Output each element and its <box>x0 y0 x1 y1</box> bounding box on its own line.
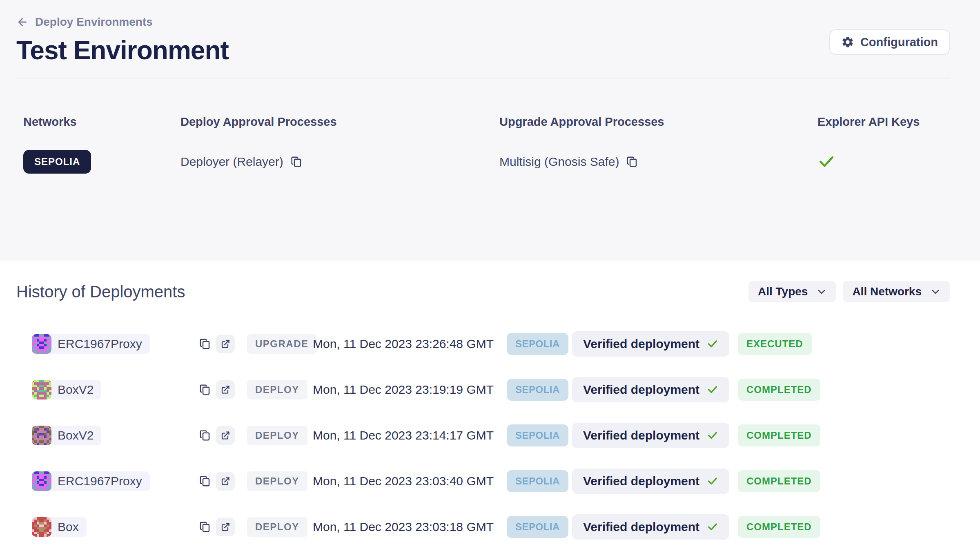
contract-name-pill[interactable]: Box <box>32 517 87 537</box>
copy-icon <box>199 475 211 487</box>
history-filters: All Types All Networks <box>748 281 950 302</box>
contract-name-pill[interactable]: BoxV2 <box>32 380 101 399</box>
copy-address-button[interactable] <box>199 521 211 533</box>
copy-address-button[interactable] <box>199 429 211 442</box>
contract-name-pill[interactable]: ERC1967Proxy <box>32 471 150 491</box>
check-icon <box>707 338 718 350</box>
column-header-upgrade-approval: Upgrade Approval Processes <box>499 115 817 129</box>
deployment-type-badge: DEPLOY <box>247 426 307 445</box>
deployment-type-badge: DEPLOY <box>247 471 307 491</box>
copy-icon <box>199 338 211 350</box>
open-in-explorer-button[interactable] <box>216 380 235 399</box>
contract-avatar <box>32 426 51 445</box>
environment-columns-values: SEPOLIA Deployer (Relayer) Multisig (Gno… <box>16 150 950 174</box>
deployment-status-badge: COMPLETED <box>738 379 820 401</box>
chevron-down-icon <box>817 287 826 297</box>
copy-icon <box>199 429 211 442</box>
check-icon <box>707 475 718 487</box>
deployment-status-badge: COMPLETED <box>738 424 820 446</box>
networks-filter-dropdown[interactable]: All Networks <box>843 281 950 302</box>
contract-avatar <box>32 334 51 354</box>
deployment-status-badge: COMPLETED <box>738 470 820 492</box>
history-section: History of Deployments All Types All Net… <box>0 261 980 549</box>
copy-address-button[interactable] <box>199 475 211 487</box>
deployment-date: Mon, 11 Dec 2023 23:03:40 GMT <box>313 474 507 488</box>
history-title: History of Deployments <box>16 283 185 301</box>
copy-icon <box>290 156 303 168</box>
copy-icon <box>199 521 211 533</box>
networks-filter-label: All Networks <box>852 285 922 298</box>
copy-address-button[interactable] <box>199 338 211 350</box>
column-header-networks: Networks <box>23 115 180 129</box>
column-header-deploy-approval: Deploy Approval Processes <box>180 115 499 129</box>
verification-label: Verified deployment <box>583 383 699 397</box>
deployment-network-badge: SEPOLIA <box>507 379 568 401</box>
contract-name: ERC1967Proxy <box>51 471 150 491</box>
contract-name-pill[interactable]: ERC1967Proxy <box>32 334 150 354</box>
external-link-icon <box>220 476 230 486</box>
breadcrumb-label: Deploy Environments <box>35 16 153 29</box>
check-icon <box>707 521 718 533</box>
copy-address-button[interactable] <box>199 384 211 396</box>
open-in-explorer-button[interactable] <box>216 472 235 491</box>
deployment-network-badge: SEPOLIA <box>507 470 568 492</box>
deployment-row: BoxV2 DEPLOY Mon, 11 Dec 2023 23:14:17 G… <box>16 413 950 458</box>
verification-label: Verified deployment <box>583 474 699 488</box>
types-filter-label: All Types <box>758 285 808 298</box>
environment-columns-header: Networks Deploy Approval Processes Upgra… <box>16 115 950 129</box>
deployment-network-badge: SEPOLIA <box>507 333 568 355</box>
deployment-network-badge: SEPOLIA <box>507 424 568 446</box>
verification-label: Verified deployment <box>583 520 699 534</box>
deployment-status-badge: COMPLETED <box>738 516 820 538</box>
breadcrumb[interactable]: Deploy Environments <box>16 0 153 29</box>
deployment-row: ERC1967Proxy DEPLOY Mon, 11 Dec 2023 23:… <box>16 458 950 504</box>
verification-status-pill: Verified deployment <box>572 331 729 357</box>
verification-label: Verified deployment <box>583 337 699 351</box>
types-filter-dropdown[interactable]: All Types <box>748 281 836 302</box>
deployment-date: Mon, 11 Dec 2023 23:03:18 GMT <box>313 520 507 534</box>
environment-summary-section: Deploy Environments Test Environment Con… <box>0 0 980 261</box>
contract-avatar <box>32 380 51 399</box>
external-link-icon <box>220 385 230 395</box>
deployment-date: Mon, 11 Dec 2023 23:14:17 GMT <box>313 428 507 442</box>
open-in-explorer-button[interactable] <box>216 518 235 536</box>
page-title: Test Environment <box>16 35 950 65</box>
copy-icon <box>626 156 638 168</box>
external-link-icon <box>220 339 230 349</box>
open-in-explorer-button[interactable] <box>216 426 235 445</box>
configuration-button[interactable]: Configuration <box>829 29 950 55</box>
contract-name: BoxV2 <box>51 380 101 399</box>
copy-deploy-approval-button[interactable] <box>290 156 303 168</box>
deployment-row: BoxV2 DEPLOY Mon, 11 Dec 2023 23:19:19 G… <box>16 367 950 413</box>
deployment-type-badge: UPGRADE <box>247 334 317 354</box>
explorer-api-key-check-icon <box>817 153 835 171</box>
contract-avatar <box>32 517 51 537</box>
verification-status-pill: Verified deployment <box>572 514 729 540</box>
deployment-row: Box DEPLOY Mon, 11 Dec 2023 23:03:18 GMT… <box>16 504 950 549</box>
back-arrow-icon <box>16 16 29 28</box>
deployment-type-badge: DEPLOY <box>247 380 307 399</box>
upgrade-approval-value: Multisig (Gnosis Safe) <box>499 155 619 169</box>
verification-status-pill: Verified deployment <box>572 377 729 402</box>
contract-name: BoxV2 <box>51 426 101 445</box>
verification-status-pill: Verified deployment <box>572 423 729 448</box>
verification-status-pill: Verified deployment <box>572 469 729 494</box>
header-divider <box>16 78 950 78</box>
contract-name: ERC1967Proxy <box>51 334 150 354</box>
chevron-down-icon <box>931 287 940 297</box>
open-in-explorer-button[interactable] <box>216 335 235 353</box>
copy-icon <box>199 384 211 396</box>
contract-name: Box <box>51 517 87 537</box>
deployment-network-badge: SEPOLIA <box>507 516 568 538</box>
gear-icon <box>841 36 854 49</box>
deployment-date: Mon, 11 Dec 2023 23:26:48 GMT <box>313 337 507 351</box>
contract-avatar <box>32 471 51 491</box>
deployment-type-badge: DEPLOY <box>247 517 307 537</box>
contract-name-pill[interactable]: BoxV2 <box>32 426 101 445</box>
deployment-status-badge: EXECUTED <box>738 333 812 355</box>
deployment-date: Mon, 11 Dec 2023 23:19:19 GMT <box>313 383 507 397</box>
configuration-button-label: Configuration <box>860 36 938 49</box>
copy-upgrade-approval-button[interactable] <box>626 156 638 168</box>
deploy-approval-value: Deployer (Relayer) <box>180 155 283 169</box>
verification-label: Verified deployment <box>583 428 699 442</box>
